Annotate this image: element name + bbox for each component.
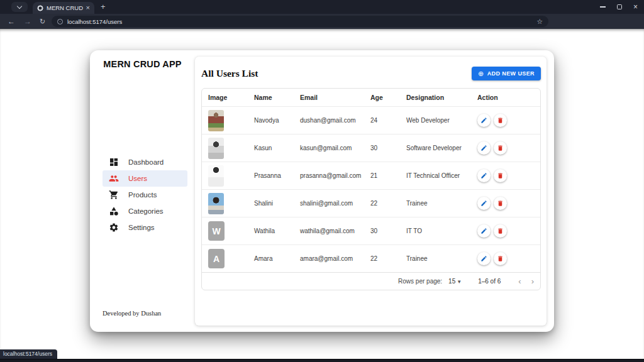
next-page-icon[interactable]: › xyxy=(531,277,534,286)
user-avatar xyxy=(208,193,224,214)
col-designation: Designation xyxy=(400,94,471,101)
dashboard-icon xyxy=(109,157,119,167)
cell-name: Shalini xyxy=(248,200,294,207)
bookmark-star-icon[interactable]: ☆ xyxy=(536,18,543,26)
cell-name: Amara xyxy=(248,255,294,262)
user-avatar xyxy=(208,138,224,159)
app-title: MERN CRUD APP xyxy=(90,59,195,69)
window-bottom-edge xyxy=(0,359,644,362)
cell-designation: Trainee xyxy=(400,255,471,262)
tab-search-button[interactable] xyxy=(11,2,28,12)
sidebar-item-users[interactable]: Users xyxy=(103,170,187,187)
plus-circle-icon: ⊕ xyxy=(478,70,484,77)
address-bar[interactable]: localhost:5174/users ☆ xyxy=(52,16,548,27)
cell-email: dushan@gmail.com xyxy=(294,117,364,124)
cell-age: 30 xyxy=(364,228,400,234)
table-row: W Wathila wathila@gmail.com 30 IT TO xyxy=(202,217,540,244)
status-bar-link-preview: localhost:5174/users xyxy=(0,349,57,359)
sidebar-item-label: Settings xyxy=(128,224,155,231)
caret-down-icon: ▼ xyxy=(457,279,462,285)
sidebar-item-categories[interactable]: Categories xyxy=(103,203,187,219)
cell-designation: IT TO xyxy=(400,228,471,234)
window-maximize-icon[interactable] xyxy=(617,4,622,9)
cell-designation: Software Developer xyxy=(400,145,471,151)
edit-button[interactable] xyxy=(477,224,491,238)
sidebar-nav: Dashboard Users Products xyxy=(103,154,187,236)
panel-header: All Users List ⊕ ADD NEW USER xyxy=(201,57,541,88)
col-image: Image xyxy=(202,94,248,101)
cell-email: shalini@gmail.com xyxy=(294,200,364,207)
table-row: Shalini shalini@gmail.com 22 Trainee xyxy=(202,189,540,217)
users-table: Image Name Email Age Designation Action … xyxy=(201,88,541,290)
table-row: A Amara amara@gmail.com 22 Trainee xyxy=(202,244,540,272)
cell-name: Navodya xyxy=(248,117,294,124)
tab-title: MERN CRUD App xyxy=(47,4,83,11)
reload-icon[interactable]: ↻ xyxy=(40,14,45,29)
sidebar-item-settings[interactable]: Settings xyxy=(103,219,187,236)
page-viewport: MERN CRUD APP Dashboard Users xyxy=(0,29,644,359)
pagination-range: 1–6 of 6 xyxy=(478,278,501,285)
table-row: Navodya dushan@gmail.com 24 Web Develope… xyxy=(202,106,540,134)
cell-email: amara@gmail.com xyxy=(294,255,364,262)
screen: MERN CRUD App × + × ← → ↻ localhost:5174… xyxy=(0,0,644,362)
col-age: Age xyxy=(364,94,400,101)
back-icon[interactable]: ← xyxy=(8,14,15,29)
browser-tab[interactable]: MERN CRUD App × xyxy=(33,2,94,14)
delete-button[interactable] xyxy=(494,224,507,238)
cell-email: wathila@gmail.com xyxy=(294,228,364,234)
cell-age: 24 xyxy=(364,117,400,124)
cell-email: kasun@gmail.com xyxy=(294,145,364,151)
cell-age: 22 xyxy=(364,200,400,207)
app-card: MERN CRUD APP Dashboard Users xyxy=(90,50,554,332)
user-avatar-letter: W xyxy=(208,221,225,241)
chevron-down-icon xyxy=(17,3,22,8)
sidebar-item-dashboard[interactable]: Dashboard xyxy=(103,154,187,170)
cell-age: 30 xyxy=(364,145,400,151)
table-row: Kasun kasun@gmail.com 30 Software Develo… xyxy=(202,134,540,162)
cart-icon xyxy=(109,190,119,200)
users-icon xyxy=(109,173,119,184)
window-minimize-icon[interactable] xyxy=(600,6,606,8)
col-action: Action xyxy=(471,94,540,101)
cell-designation: IT Technical Officer xyxy=(400,172,471,179)
table-pagination: Rows per page: 15▼ 1–6 of 6 ‹ › xyxy=(202,272,540,290)
edit-button[interactable] xyxy=(477,141,491,155)
window-controls: × xyxy=(600,0,638,14)
cell-name: Wathila xyxy=(248,228,294,234)
tab-close-icon[interactable]: × xyxy=(86,4,90,11)
add-new-user-button[interactable]: ⊕ ADD NEW USER xyxy=(472,67,541,80)
col-email: Email xyxy=(294,94,364,101)
window-close-icon[interactable]: × xyxy=(633,3,638,11)
delete-button[interactable] xyxy=(494,141,507,155)
new-tab-button[interactable]: + xyxy=(101,2,106,11)
gear-icon xyxy=(109,222,119,233)
user-avatar-letter: A xyxy=(208,249,225,268)
browser-toolbar: ← → ↻ localhost:5174/users ☆ 1 ↓ ⋮ xyxy=(0,14,644,29)
cell-age: 22 xyxy=(364,255,400,262)
user-avatar xyxy=(208,165,224,187)
cell-email: prasanna@gmail.com xyxy=(294,172,364,179)
rows-per-page-select[interactable]: 15▼ xyxy=(448,278,462,285)
previous-page-icon[interactable]: ‹ xyxy=(518,277,521,286)
forward-icon[interactable]: → xyxy=(24,14,31,29)
edit-button[interactable] xyxy=(477,252,491,265)
url-text[interactable]: localhost:5174/users xyxy=(67,18,122,25)
delete-button[interactable] xyxy=(494,169,507,182)
edit-button[interactable] xyxy=(477,197,491,210)
site-info-icon[interactable] xyxy=(57,19,63,25)
edit-button[interactable] xyxy=(477,114,491,127)
sidebar-item-label: Users xyxy=(128,175,147,182)
col-name: Name xyxy=(248,94,294,101)
cell-name: Kasun xyxy=(248,145,294,151)
delete-button[interactable] xyxy=(494,252,507,265)
categories-icon xyxy=(109,206,119,216)
cell-designation: Web Developer xyxy=(400,117,471,124)
cell-age: 21 xyxy=(364,172,400,179)
delete-button[interactable] xyxy=(494,197,507,210)
app-sidebar: MERN CRUD APP Dashboard Users xyxy=(90,50,195,332)
sidebar-item-products[interactable]: Products xyxy=(103,187,187,203)
user-avatar xyxy=(208,110,224,131)
edit-button[interactable] xyxy=(477,169,491,182)
delete-button[interactable] xyxy=(494,114,507,127)
sidebar-item-label: Products xyxy=(128,191,157,199)
